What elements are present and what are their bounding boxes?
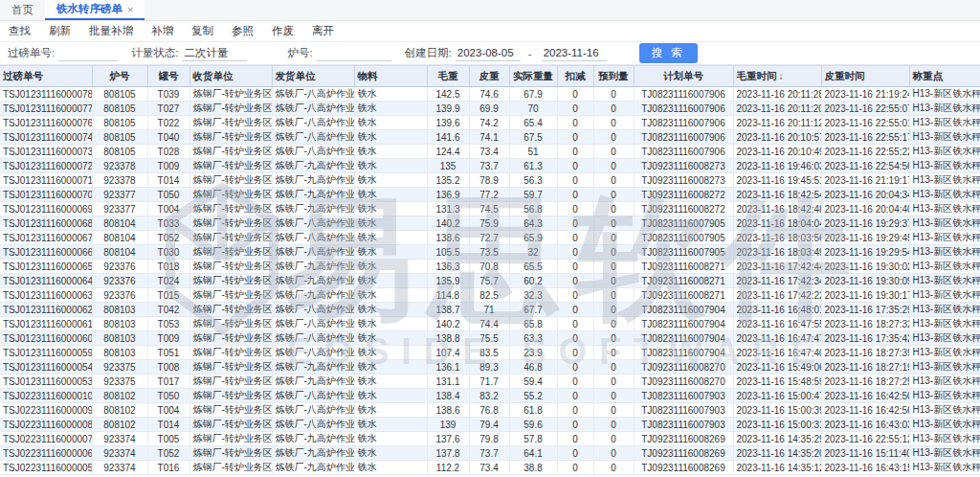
table-row[interactable]: TSJ01231116000071923378T014炼钢厂-转炉业务区炼铁厂-… (0, 173, 980, 188)
table-row[interactable]: TSJ01231116000064923376T024炼钢厂-转炉业务区炼铁厂-… (0, 274, 980, 288)
table-row[interactable]: TSJ02231116000010808102T050炼钢厂-转炉业务区炼铁厂-… (0, 389, 980, 403)
column-header-label: 称重点 (913, 70, 944, 81)
cell-shipper: 炼铁厂-八高炉作业区 (272, 403, 354, 418)
cell-plan: TJ08231116007904 (634, 331, 733, 346)
weigh-no-input[interactable] (58, 46, 118, 61)
table-row[interactable]: TSJ01231116000053923375T017炼钢厂-转炉业务区炼铁厂-… (0, 375, 980, 389)
table-row[interactable]: TSJ01231116000076808105T022炼钢厂-转炉业务区炼铁厂-… (0, 116, 980, 130)
cell-slip: TSJ01231116000067 (0, 231, 92, 245)
table-row[interactable]: TSJ01231116000060808103T009炼钢厂-转炉业务区炼铁厂-… (0, 331, 980, 346)
column-header-material[interactable]: 物料 (354, 66, 427, 87)
cell-expected: 0 (593, 288, 634, 303)
cell-furnace: 808103 (92, 331, 147, 346)
column-header-expected[interactable]: 预到量 (593, 66, 634, 87)
date-from-input[interactable] (456, 46, 521, 61)
table-row[interactable]: TSJ01231116000065923376T018炼钢厂-转炉业务区炼铁厂-… (0, 260, 980, 274)
cell-tare_time: 2023-11-16 20:04:34 (821, 188, 909, 202)
cell-tank: T014 (147, 173, 189, 188)
cell-receiver: 炼钢厂-转炉业务区 (189, 130, 272, 145)
cell-point: H13-新区铁水秤 (909, 303, 980, 317)
table-row[interactable]: TSJ01231116000059808103T051炼钢厂-转炉业务区炼铁厂-… (0, 346, 980, 360)
cell-deduct: 0 (557, 245, 593, 260)
column-header-furnace[interactable]: 炉号 (92, 66, 147, 87)
column-header-tare_time[interactable]: 皮重时间 (821, 66, 909, 87)
cell-furnace: 808105 (92, 130, 147, 145)
column-header-tare[interactable]: 皮重 (469, 66, 509, 87)
cell-material: 铁水 (354, 360, 427, 375)
table-row[interactable]: TSJ01231116000067808104T052炼钢厂-转炉业务区炼铁厂-… (0, 231, 980, 245)
table-row[interactable]: TSJ01231116000069923377T004炼钢厂-转炉业务区炼铁厂-… (0, 202, 980, 216)
cell-receiver: 炼钢厂-转炉业务区 (189, 288, 272, 303)
table-row[interactable]: TSJ01231116000070923377T050炼钢厂-转炉业务区炼铁厂-… (0, 188, 980, 202)
table-row[interactable]: TSJ01231116000062808103T042炼钢厂-转炉业务区炼铁厂-… (0, 303, 980, 317)
table-row[interactable]: TSJ02231116000009808102T004炼钢厂-转炉业务区炼铁厂-… (0, 403, 980, 418)
copy-button[interactable]: 复制 (191, 24, 213, 38)
cell-tare: 73.7 (469, 446, 509, 461)
tab-home[interactable]: 首页 (0, 0, 45, 20)
column-header-tank[interactable]: 罐号 (147, 66, 189, 87)
cell-furnace: 808105 (92, 87, 147, 102)
cell-tank: T039 (147, 87, 189, 102)
supplement-button[interactable]: 补增 (151, 24, 173, 38)
cell-tare_time: 2023-11-16 17:35:29 (821, 303, 909, 317)
column-header-shipper[interactable]: 发货单位 (272, 66, 354, 87)
table-row[interactable]: TSJ01231116000073808105T028炼钢厂-转炉业务区炼铁厂-… (0, 145, 980, 159)
leave-button[interactable]: 离开 (312, 24, 334, 38)
cell-receiver: 炼钢厂-转炉业务区 (189, 346, 272, 360)
reference-button[interactable]: 参照 (232, 24, 254, 38)
furnace-input[interactable] (317, 46, 391, 61)
table-row[interactable]: TSJ01231116000063923376T015炼钢厂-转炉业务区炼铁厂-… (0, 288, 980, 303)
column-header-plan[interactable]: 计划单号 (634, 66, 733, 87)
cell-tare: 75.9 (469, 216, 509, 231)
void-button[interactable]: 作废 (272, 24, 294, 38)
table-row[interactable]: TSJ01231116000078808105T039炼钢厂-转炉业务区炼铁厂-… (0, 87, 980, 102)
search-button[interactable]: 搜 索 (639, 43, 698, 63)
cell-gross_time: 2023-11-16 14:35:20 (733, 446, 821, 461)
cell-plan: TJ09231116008272 (634, 188, 733, 202)
column-header-receiver[interactable]: 收货单位 (189, 66, 272, 87)
cell-tare_time: 2023-11-16 19:29:37 (821, 216, 909, 231)
cell-point: H13-新区铁水秤 (909, 116, 980, 130)
cell-material: 铁水 (354, 461, 427, 475)
cell-gross: 112.2 (427, 461, 469, 475)
cell-material: 铁水 (354, 202, 427, 216)
table-row[interactable]: TSJ01231116000061808103T053炼钢厂-转炉业务区炼铁厂-… (0, 317, 980, 331)
table-row[interactable]: TSJ01231116000054923375T008炼钢厂-转炉业务区炼铁厂-… (0, 360, 980, 375)
table-row[interactable]: TSJ01231116000077808105T027炼钢厂-转炉业务区炼铁厂-… (0, 102, 980, 116)
cell-tare: 74.6 (469, 87, 509, 102)
cell-gross: 135.2 (427, 173, 469, 188)
date-to-input[interactable] (542, 46, 607, 61)
cell-plan: TJ08231116007905 (634, 245, 733, 260)
table-row[interactable]: TSJ02231116000008808102T014炼钢厂-转炉业务区炼铁厂-… (0, 418, 980, 432)
column-header-gross_time[interactable]: 毛重时间↓ (733, 66, 821, 87)
cell-plan: TJ08231116007903 (634, 389, 733, 403)
cell-material: 铁水 (354, 87, 427, 102)
column-header-slip[interactable]: 过磅单号 (0, 66, 92, 87)
column-header-gross[interactable]: 毛重 (427, 66, 469, 87)
cell-gross_time: 2023-11-16 14:35:29 (733, 432, 821, 446)
column-header-actual[interactable]: 实际重量 (509, 66, 557, 87)
table-row[interactable]: TSJ01231116000066808104T030炼钢厂-转炉业务区炼铁厂-… (0, 245, 980, 260)
weigh-no-label: 过磅单号: (8, 46, 55, 60)
table-row[interactable]: TSJ01231116000072923378T009炼钢厂-转炉业务区炼铁厂-… (0, 159, 980, 173)
cell-point: H13-新区铁水秤 (909, 331, 980, 346)
cell-gross_time: 2023-11-16 15:00:31 (733, 418, 821, 432)
column-header-point[interactable]: 称重点 (909, 66, 980, 87)
tab-molten-iron-slip[interactable]: 铁水转序磅单 × (45, 0, 145, 20)
refresh-button[interactable]: 刷新 (49, 24, 71, 38)
cell-furnace: 808103 (92, 346, 147, 360)
close-icon[interactable]: × (127, 4, 133, 15)
cell-shipper: 炼铁厂-九高炉作业区 (272, 375, 354, 389)
table-row[interactable]: TSJ02231116000007923374T005炼钢厂-转炉业务区炼铁厂-… (0, 432, 980, 446)
status-select[interactable] (182, 46, 247, 61)
column-header-deduct[interactable]: 扣减 (557, 66, 593, 87)
find-button[interactable]: 查找 (9, 24, 31, 38)
cell-receiver: 炼钢厂-转炉业务区 (189, 446, 272, 461)
table-row[interactable]: TSJ02231116000006923374T052炼钢厂-转炉业务区炼铁厂-… (0, 446, 980, 461)
cell-point: H13-新区铁水秤 (909, 231, 980, 245)
column-header-label: 皮重时间 (825, 70, 865, 81)
table-row[interactable]: TSJ02231116000005923374T016炼钢厂-转炉业务区炼铁厂-… (0, 461, 980, 475)
batch-supplement-button[interactable]: 批量补增 (89, 24, 133, 38)
table-row[interactable]: TSJ01231116000074808105T040炼钢厂-转炉业务区炼铁厂-… (0, 130, 980, 145)
table-row[interactable]: TSJ01231116000068808104T033炼钢厂-转炉业务区炼铁厂-… (0, 216, 980, 231)
